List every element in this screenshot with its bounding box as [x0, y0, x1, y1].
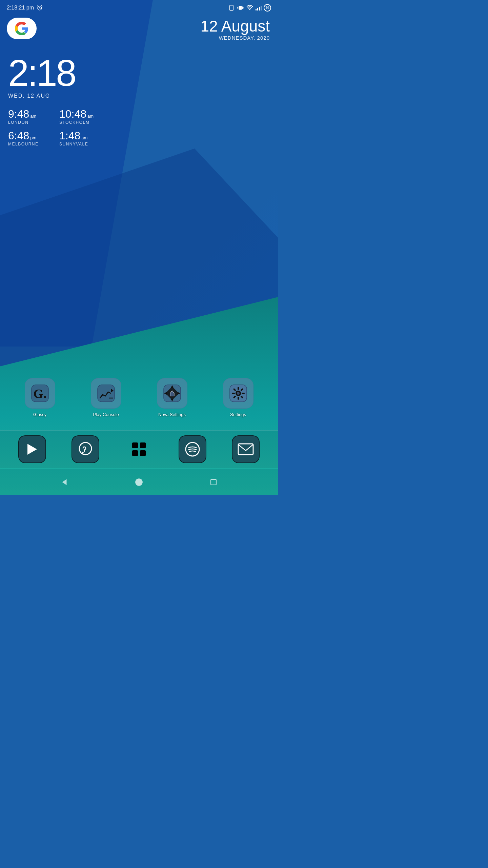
date-sub: WEDNESDAY, 2020: [200, 35, 270, 41]
svg-line-26: [234, 389, 235, 391]
clock-main: 2:18: [8, 54, 270, 92]
dock-spotify[interactable]: [179, 435, 206, 463]
svg-text:G.: G.: [33, 387, 46, 401]
home-button[interactable]: [134, 477, 144, 488]
battery-indicator: 79: [264, 4, 271, 12]
vibrate-icon: [237, 5, 244, 11]
clock-display: 2:18:21 pm: [7, 5, 34, 11]
app-play-console[interactable]: Play Console: [91, 378, 121, 417]
svg-rect-1: [230, 5, 233, 11]
glassy-icon: G.: [25, 378, 55, 409]
svg-rect-10: [98, 385, 115, 402]
dock-app-drawer[interactable]: [125, 435, 153, 463]
svg-line-28: [241, 389, 243, 391]
sunnyvale-time: 1:48am: [59, 130, 107, 141]
nova-settings-label: Nova Settings: [158, 412, 186, 417]
svg-point-40: [135, 478, 143, 486]
wifi-icon: [246, 5, 253, 11]
london-time: 9:48am: [8, 108, 56, 119]
svg-marker-30: [27, 444, 37, 455]
svg-rect-4: [242, 6, 243, 9]
google-button[interactable]: [7, 18, 37, 39]
clock-date: WED, 12 AUG: [8, 93, 270, 99]
svg-line-29: [234, 396, 235, 398]
svg-rect-2: [239, 6, 242, 10]
melbourne-time: 6:48pm: [8, 130, 56, 141]
back-button[interactable]: [59, 477, 70, 488]
settings-label: Settings: [230, 412, 246, 417]
svg-rect-35: [132, 450, 138, 456]
stockholm-time: 10:48am: [59, 108, 107, 119]
svg-marker-39: [62, 479, 67, 485]
world-clocks: 9:48am LONDON 10:48am STOCKHOLM 6:48pm M…: [0, 99, 115, 146]
clock-sunnyvale: 1:48am SUNNYVALE: [59, 130, 107, 146]
svg-rect-3: [238, 6, 238, 9]
clock-melbourne: 6:48pm MELBOURNE: [8, 130, 56, 146]
svg-point-21: [237, 392, 240, 395]
svg-rect-33: [132, 442, 138, 448]
status-time: 2:18:21 pm: [7, 5, 43, 11]
status-icons: 79: [228, 4, 271, 12]
app-row: G. Glassy Play Console: [0, 378, 278, 417]
nav-bar: [0, 469, 278, 495]
clock-london: 9:48am LONDON: [8, 108, 56, 125]
dock-gmail[interactable]: [232, 435, 260, 463]
svg-rect-6: [243, 7, 243, 8]
phone-icon: [228, 5, 235, 11]
google-g-logo: [15, 22, 28, 35]
app-nova-settings[interactable]: Nova Settings: [157, 378, 187, 417]
svg-point-32: [84, 451, 85, 452]
recents-button[interactable]: [208, 477, 219, 488]
status-bar: 2:18:21 pm: [0, 0, 278, 14]
svg-rect-5: [237, 7, 237, 8]
signal-icon: [256, 5, 262, 11]
dock-play-store[interactable]: [18, 435, 46, 463]
svg-line-27: [241, 396, 243, 398]
date-display: 12 August WEDNESDAY, 2020: [200, 18, 270, 41]
svg-point-7: [249, 9, 250, 10]
svg-rect-34: [140, 442, 146, 448]
app-settings[interactable]: Settings: [223, 378, 253, 417]
svg-rect-38: [238, 444, 253, 455]
nova-settings-icon: [157, 378, 187, 409]
settings-icon: [223, 378, 253, 409]
dock-whatsapp[interactable]: [72, 435, 99, 463]
play-console-label: Play Console: [93, 412, 119, 417]
date-big: 12 August: [200, 18, 270, 35]
header-area: 12 August WEDNESDAY, 2020: [0, 14, 278, 41]
svg-rect-41: [211, 479, 216, 485]
clock-widget: 2:18 WED, 12 AUG: [0, 41, 278, 99]
glassy-label: Glassy: [33, 412, 47, 417]
dock: [0, 430, 278, 468]
clock-stockholm: 10:48am STOCKHOLM: [59, 108, 107, 125]
svg-rect-36: [140, 450, 146, 456]
alarm-icon: [37, 5, 43, 11]
app-glassy[interactable]: G. Glassy: [25, 378, 55, 417]
play-console-icon: [91, 378, 121, 409]
